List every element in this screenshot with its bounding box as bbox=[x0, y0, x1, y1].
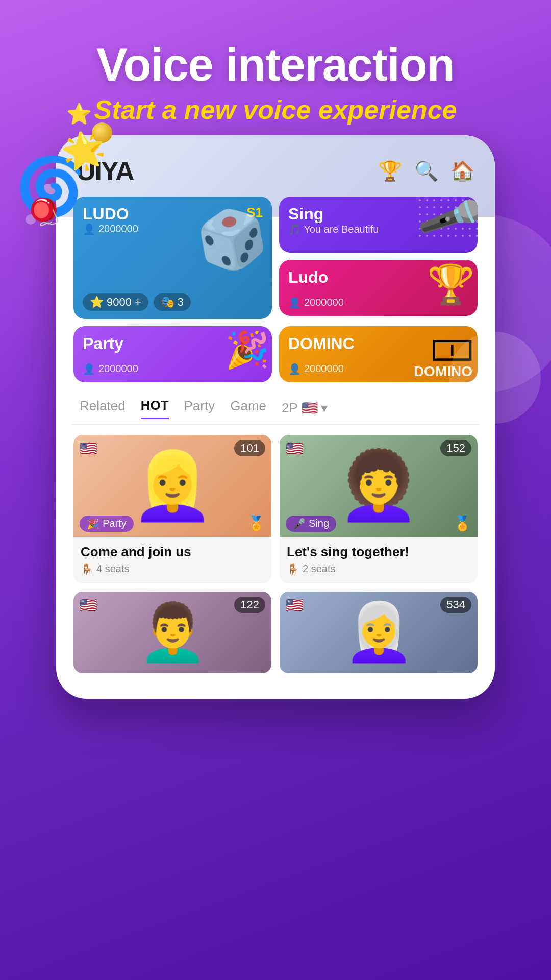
tab-related[interactable]: Related bbox=[80, 398, 126, 418]
room1-count: 101 bbox=[234, 440, 265, 456]
room-card-2[interactable]: 👩‍🦱 🇺🇸 152 🎤 Sing 🏅 Let's sing together!… bbox=[280, 435, 478, 583]
room2-count: 152 bbox=[440, 440, 471, 456]
hero-subtitle: Start a new voice experience bbox=[20, 94, 531, 125]
ludo-rank: 🎭 3 bbox=[154, 293, 191, 311]
room1-seats: 🪑 4 seats bbox=[81, 563, 264, 575]
tab-2p[interactable]: 2P 🇺🇸 ▾ bbox=[282, 400, 328, 416]
room4-flag: 🇺🇸 bbox=[286, 597, 304, 614]
game-card-ludo-big[interactable]: LUDO S1 👤 2000000 🎲 ⭐ 9000 + 🎭 3 bbox=[73, 197, 272, 319]
room1-info: Come and join us 🪑 4 seats bbox=[73, 537, 271, 583]
domino-title: DOMINC bbox=[288, 334, 355, 353]
room3-flag: 🇺🇸 bbox=[80, 597, 97, 614]
right-column: Sing 🎵 You are Beautifu 🎤 Ludo 👤 2000000… bbox=[279, 197, 478, 319]
seat-icon-2: 🪑 bbox=[287, 563, 299, 575]
party-decor-icon: 🎉 bbox=[225, 329, 269, 371]
sing-title: Sing bbox=[288, 205, 323, 224]
seat-icon-1: 🪑 bbox=[81, 563, 93, 575]
trophy-icon[interactable]: 🏆 bbox=[378, 160, 402, 182]
party-title: Party bbox=[83, 334, 123, 353]
ludo-title: LUDO bbox=[83, 205, 129, 224]
game-grid: LUDO S1 👤 2000000 🎲 ⭐ 9000 + 🎭 3 bbox=[71, 197, 480, 382]
game-card-domino[interactable]: DOMINC 👤 2000000 🀱 DOMINO bbox=[279, 326, 478, 382]
game-card-party[interactable]: Party 👤 2000000 🎉 bbox=[73, 326, 272, 382]
domino-users: 👤 2000000 bbox=[288, 363, 344, 375]
search-icon[interactable]: 🔍 bbox=[414, 160, 438, 182]
phone-body: UIYA 🏆 🔍 🏠 LUDO S1 👤 2000000 🎲 ⭐ bbox=[56, 135, 495, 699]
tab-game[interactable]: Game bbox=[230, 398, 266, 418]
game-card-sing[interactable]: Sing 🎵 You are Beautifu 🎤 bbox=[279, 197, 478, 253]
room4-count: 534 bbox=[440, 597, 471, 613]
party-users: 👤 2000000 bbox=[83, 363, 138, 375]
ludo-users: 👤 2000000 bbox=[83, 223, 138, 235]
room2-info: Let's sing together! 🪑 2 seats bbox=[280, 537, 478, 583]
room1-award: 🏅 bbox=[247, 515, 265, 532]
room2-award: 🏅 bbox=[454, 515, 471, 532]
chevron-down-icon: ▾ bbox=[321, 400, 328, 416]
room-card-1[interactable]: 👱‍♀️ 🇺🇸 101 🎉 Party 🏅 Come and join us 🪑… bbox=[73, 435, 271, 583]
room-card-4[interactable]: 👩‍🦳 🇺🇸 534 bbox=[280, 592, 478, 673]
user-icon-4: 👤 bbox=[288, 363, 301, 375]
room2-title: Let's sing together! bbox=[287, 544, 470, 560]
star-icon: ⭐ bbox=[90, 296, 104, 309]
deco-star: ⭐ bbox=[66, 102, 92, 126]
deco-circle-right bbox=[449, 332, 541, 424]
room1-flag: 🇺🇸 bbox=[80, 440, 97, 457]
tabs-row: Related HOT Party Game 2P 🇺🇸 ▾ bbox=[71, 382, 480, 425]
room-thumb-2: 👩‍🦱 🇺🇸 152 🎤 Sing 🏅 bbox=[280, 435, 478, 537]
room2-flag: 🇺🇸 bbox=[286, 440, 304, 457]
ludo-points: ⭐ 9000 + bbox=[83, 293, 148, 311]
user-icon: 👤 bbox=[83, 223, 95, 235]
ludo-dice-icon: 🎲 bbox=[192, 201, 272, 278]
plus-icon: + bbox=[135, 296, 141, 309]
user-icon-3: 👤 bbox=[83, 363, 95, 375]
deco-toy: 🪀 bbox=[28, 199, 60, 225]
ludo2-users: 👤 2000000 bbox=[288, 297, 344, 309]
deco-star-3d: 🌟 bbox=[59, 129, 109, 172]
party-emoji: 🎉 bbox=[87, 518, 99, 530]
phone-header: UIYA 🏆 🔍 🏠 bbox=[71, 151, 480, 197]
room1-type: 🎉 Party bbox=[80, 516, 134, 532]
room-thumb-1: 👱‍♀️ 🇺🇸 101 🎉 Party 🏅 bbox=[73, 435, 271, 537]
tab-2p-label: 2P 🇺🇸 bbox=[282, 400, 318, 416]
phone-container: UIYA 🏆 🔍 🏠 LUDO S1 👤 2000000 🎲 ⭐ bbox=[56, 135, 495, 699]
rooms-grid: 👱‍♀️ 🇺🇸 101 🎉 Party 🏅 Come and join us 🪑… bbox=[71, 425, 480, 683]
home-icon[interactable]: 🏠 bbox=[450, 160, 474, 182]
sing-song: 🎵 You are Beautifu bbox=[288, 223, 379, 235]
tab-party[interactable]: Party bbox=[184, 398, 215, 418]
mask-icon: 🎭 bbox=[161, 296, 174, 309]
room-thumb-4: 👩‍🦳 🇺🇸 534 bbox=[280, 592, 478, 673]
ludo2-pieces-icon: 🏆 bbox=[427, 262, 475, 307]
room3-count: 122 bbox=[234, 597, 265, 613]
hero-title: Voice interaction bbox=[20, 41, 531, 89]
room-card-3[interactable]: 👨‍🦱 🇺🇸 122 bbox=[73, 592, 271, 673]
user-icon-2: 👤 bbox=[288, 297, 301, 309]
tab-hot[interactable]: HOT bbox=[141, 398, 169, 419]
ludo-bottom: ⭐ 9000 + 🎭 3 bbox=[83, 293, 191, 311]
ludo2-title: Ludo bbox=[288, 268, 328, 287]
game-card-ludo-small[interactable]: Ludo 👤 2000000 🏆 bbox=[279, 260, 478, 316]
sing-emoji: 🎤 bbox=[293, 518, 306, 530]
room-thumb-3: 👨‍🦱 🇺🇸 122 bbox=[73, 592, 271, 673]
header-icons: 🏆 🔍 🏠 bbox=[378, 160, 474, 182]
room2-seats: 🪑 2 seats bbox=[287, 563, 470, 575]
room2-type: 🎤 Sing bbox=[286, 516, 336, 532]
room1-title: Come and join us bbox=[81, 544, 264, 560]
